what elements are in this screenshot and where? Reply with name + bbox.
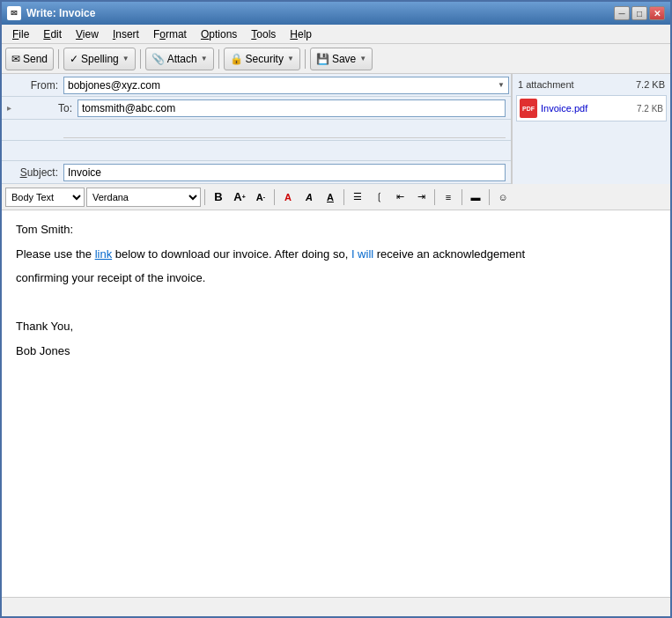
attachment-header: 1 attachment 7.2 KB	[516, 77, 667, 92]
format-sep-6	[489, 189, 490, 205]
bcc-input[interactable]	[63, 143, 506, 158]
body-after: receive an acknowledgement	[373, 247, 525, 261]
closing-line: Thank You,	[16, 318, 656, 335]
attach-icon: 📎	[151, 53, 165, 65]
spelling-button[interactable]: ✓ Spelling ▼	[63, 48, 136, 70]
toolbar-sep-4	[305, 49, 306, 69]
attach-label: Attach	[167, 53, 197, 65]
increase-font-button[interactable]: A+	[230, 188, 249, 207]
title-controls: ─ □ ✕	[614, 6, 665, 20]
message-line-2: confirming your receipt of the invoice.	[16, 269, 656, 287]
send-icon: ✉	[11, 53, 20, 65]
menu-insert[interactable]: Insert	[106, 26, 146, 42]
highlight-button[interactable]: ▬	[466, 188, 485, 207]
pdf-icon: PDF	[520, 99, 537, 118]
to-row-indicator: ▸	[2, 103, 16, 113]
attachment-filename: Invoice.pdf	[541, 103, 633, 114]
maximize-button[interactable]: □	[631, 6, 647, 20]
body-before: Please use the	[16, 247, 95, 261]
menu-options[interactable]: Options	[194, 26, 244, 42]
from-dropdown-arrow-icon: ▼	[498, 81, 505, 89]
link-text[interactable]: link	[95, 247, 113, 261]
blue-text: I will	[351, 247, 373, 261]
security-dropdown-icon: ▼	[287, 55, 294, 63]
menu-bar: File Edit View Insert Format Options Too…	[2, 25, 670, 44]
closing-text: Thank You,	[16, 320, 73, 333]
decrease-font-button[interactable]: A-	[251, 188, 270, 207]
send-button[interactable]: ✉ Send	[5, 48, 54, 70]
from-dropdown[interactable]: bobjones@xyz.com ▼	[63, 77, 509, 94]
bold-button[interactable]: B	[209, 188, 228, 207]
save-button[interactable]: 💾 Save ▼	[310, 48, 373, 70]
signature-line: Bob Jones	[16, 342, 656, 360]
bullets-button[interactable]: ☰	[348, 188, 367, 207]
message-line: Please use the link below to download ou…	[16, 246, 656, 263]
bcc-row	[2, 141, 511, 161]
main-window: ✉ Write: Invoice ─ □ ✕ File Edit View In…	[0, 0, 672, 618]
attachment-filesize: 7.2 KB	[637, 104, 663, 114]
from-row: From: bobjones@xyz.com ▼	[2, 74, 511, 97]
attachment-item[interactable]: PDF Invoice.pdf 7.2 KB	[516, 95, 667, 121]
app-icon: ✉	[7, 6, 21, 20]
status-bar	[2, 597, 670, 616]
toolbar-sep-1	[58, 49, 59, 69]
title-bar: ✉ Write: Invoice ─ □ ✕	[2, 2, 670, 25]
pdf-icon-label: PDF	[522, 106, 535, 112]
close-button[interactable]: ✕	[649, 6, 665, 20]
attachment-total-size: 7.2 KB	[636, 79, 665, 90]
numbers-button[interactable]: ❲	[369, 188, 388, 207]
to-input[interactable]	[78, 99, 506, 117]
format-toolbar: Body Text Verdana B A+ A- A A A ☰ ❲ ⇤ ⇥ …	[2, 184, 670, 210]
menu-view[interactable]: View	[69, 26, 106, 42]
indent-right-button[interactable]: ⇥	[411, 188, 431, 207]
to-label: To:	[16, 102, 78, 114]
header-area: From: bobjones@xyz.com ▼ ▸ To:	[2, 74, 670, 184]
cc-input[interactable]	[63, 121, 506, 138]
send-label: Send	[23, 53, 48, 65]
indent-left-button[interactable]: ⇤	[390, 188, 410, 207]
compose-area[interactable]: Tom Smith: Please use the link below to …	[2, 210, 670, 597]
title-bar-title: ✉ Write: Invoice	[7, 6, 95, 20]
signature-text: Bob Jones	[16, 344, 70, 357]
font-color-button[interactable]: A	[278, 188, 298, 207]
main-toolbar: ✉ Send ✓ Spelling ▼ 📎 Attach ▼ 🔒 Securit…	[2, 44, 670, 74]
blank-line	[16, 294, 656, 312]
email-fields: From: bobjones@xyz.com ▼ ▸ To:	[2, 74, 512, 184]
toolbar-sep-3	[218, 49, 219, 69]
toolbar-sep-2	[140, 49, 141, 69]
security-button[interactable]: 🔒 Security ▼	[224, 48, 300, 70]
attachment-panel: 1 attachment 7.2 KB PDF Invoice.pdf 7.2 …	[512, 74, 670, 184]
align-button[interactable]: ≡	[439, 188, 458, 207]
from-value: bobjones@xyz.com	[68, 79, 160, 92]
italic-button[interactable]: A	[299, 188, 319, 207]
save-dropdown-icon: ▼	[359, 55, 366, 63]
attach-button[interactable]: 📎 Attach ▼	[145, 48, 214, 70]
emoji-button[interactable]: ☺	[493, 188, 513, 207]
menu-file[interactable]: File	[5, 26, 36, 42]
to-row: ▸ To:	[2, 97, 511, 120]
format-sep-1	[204, 189, 205, 205]
greeting-line: Tom Smith:	[16, 221, 656, 239]
menu-tools[interactable]: Tools	[244, 26, 283, 42]
greeting-text: Tom Smith:	[16, 223, 73, 236]
body-text-select[interactable]: Body Text	[5, 188, 85, 207]
spelling-dropdown-icon: ▼	[122, 55, 129, 63]
menu-format[interactable]: Format	[146, 26, 194, 42]
attach-dropdown-icon: ▼	[201, 55, 208, 63]
subject-row: Subject:	[2, 161, 511, 184]
menu-edit[interactable]: Edit	[36, 26, 69, 42]
underline-button[interactable]: A	[321, 188, 340, 207]
cc-row	[2, 120, 511, 141]
attachment-count: 1 attachment	[518, 79, 574, 90]
menu-help[interactable]: Help	[283, 26, 319, 42]
subject-input[interactable]	[63, 164, 506, 181]
security-label: Security	[246, 53, 284, 65]
spelling-label: Spelling	[81, 53, 119, 65]
format-sep-3	[343, 189, 344, 205]
minimize-button[interactable]: ─	[614, 6, 630, 20]
format-sep-2	[274, 189, 275, 205]
save-label: Save	[332, 53, 356, 65]
security-icon: 🔒	[230, 53, 243, 65]
font-select[interactable]: Verdana	[86, 188, 201, 207]
format-sep-5	[462, 189, 462, 205]
